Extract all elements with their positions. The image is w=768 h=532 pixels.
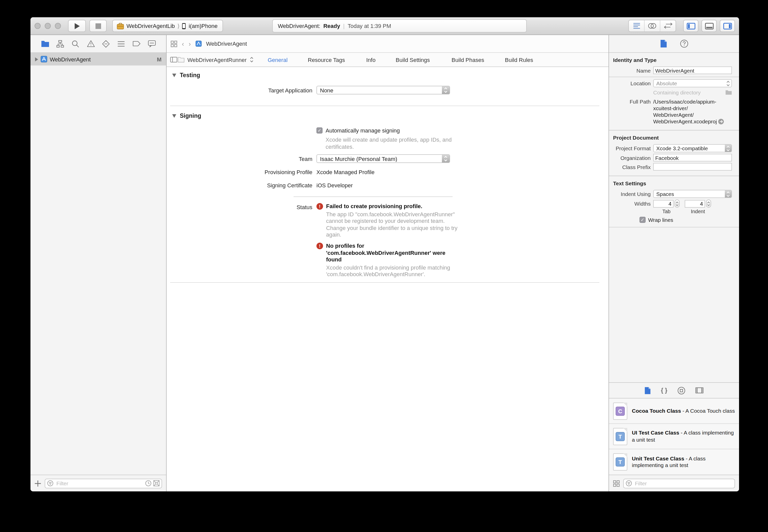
inspector-body: Identity and Type Name Location Absolute — [609, 53, 739, 475]
indent-width-field[interactable] — [685, 200, 705, 207]
signing-section-header[interactable]: Signing — [172, 113, 201, 119]
scheme-selector[interactable]: WebDriverAgentLib ⟩ i(am)Phone — [112, 20, 223, 32]
zoom-window-button[interactable] — [55, 23, 61, 29]
related-items-icon[interactable] — [171, 40, 177, 47]
navigator-tab-bar — [30, 35, 166, 53]
section-disclosure-icon[interactable] — [172, 114, 176, 118]
object-library-icon[interactable] — [678, 387, 685, 394]
add-icon[interactable] — [35, 480, 41, 487]
full-path-label: Full Path — [609, 98, 651, 105]
team-popup[interactable]: Isaac Murchie (Personal Team) — [316, 154, 450, 163]
class-prefix-input[interactable] — [654, 164, 731, 170]
auto-manage-signing-label: Automatically manage signing — [325, 127, 400, 134]
tab-build-settings[interactable]: Build Settings — [396, 53, 430, 67]
tab-build-phases[interactable]: Build Phases — [452, 53, 484, 67]
status-state: Ready — [323, 23, 340, 29]
find-navigator-icon[interactable] — [71, 39, 80, 48]
recent-files-icon[interactable] — [145, 480, 151, 486]
version-editor-icon — [664, 23, 672, 29]
error-title: Failed to create provisioning profile. — [326, 203, 459, 210]
tab-width-input[interactable] — [654, 200, 673, 207]
open-path-arrow-icon[interactable] — [718, 119, 724, 124]
toggle-targets-list-icon[interactable] — [170, 57, 177, 62]
disclosure-triangle-icon[interactable] — [35, 57, 38, 61]
choose-folder-icon[interactable] — [725, 90, 732, 95]
name-field[interactable] — [653, 67, 732, 74]
provisioning-profile-label: Provisioning Profile — [167, 169, 312, 175]
navigator-filter-input[interactable] — [55, 480, 143, 487]
section-disclosure-icon[interactable] — [172, 73, 176, 77]
error-title: No profiles for 'com.facebook.WebDriverA… — [326, 243, 451, 263]
library-item-title: Unit Test Case Class — [632, 455, 684, 461]
library-filter-input[interactable] — [634, 480, 732, 487]
tab-width-field[interactable] — [653, 200, 674, 207]
symbol-navigator-icon[interactable] — [56, 39, 65, 48]
file-inspector-icon[interactable] — [660, 40, 667, 48]
library-item-ui-test-case-class[interactable]: T UI Test Case Class - A class implement… — [609, 424, 739, 449]
provisioning-profile-value: Xcode Managed Profile — [316, 169, 374, 175]
standard-editor-icon — [633, 23, 640, 29]
full-path-line: WebDriverAgent.xcodeproj — [653, 118, 717, 125]
scheme-chevron: ⟩ — [177, 23, 179, 29]
stop-button[interactable] — [89, 20, 107, 32]
full-path-line: WebDriverAgent/ — [653, 112, 732, 118]
target-application-label: Target Application — [167, 87, 312, 93]
close-window-button[interactable] — [35, 23, 41, 29]
library-item-title: UI Test Case Class — [632, 429, 679, 436]
auto-manage-signing-checkbox[interactable]: ✓ — [316, 127, 322, 134]
toggle-inspector-button[interactable] — [720, 20, 735, 32]
organization-input[interactable] — [654, 155, 731, 161]
tab-info[interactable]: Info — [366, 53, 375, 67]
indent-using-label: Indent Using — [609, 191, 651, 197]
class-badge: C — [616, 406, 625, 415]
project-navigator-icon[interactable] — [40, 39, 50, 48]
assistant-editor-button[interactable] — [645, 20, 660, 31]
tab-resource-tags[interactable]: Resource Tags — [308, 53, 345, 67]
location-popup[interactable]: Absolute — [653, 79, 732, 87]
issue-navigator-icon[interactable] — [86, 39, 95, 48]
class-prefix-field[interactable] — [653, 163, 732, 171]
project-format-label: Project Format — [609, 145, 651, 151]
name-input[interactable] — [654, 67, 731, 73]
toggle-navigator-button[interactable] — [683, 20, 698, 32]
library-item-cocoa-touch-class[interactable]: C Cocoa Touch Class - A Cocoa Touch clas… — [609, 398, 739, 424]
organization-field[interactable] — [653, 154, 732, 161]
go-forward-icon[interactable]: › — [189, 40, 191, 47]
target-selector[interactable]: WebDriverAgentRunner — [178, 57, 253, 63]
indent-using-popup[interactable]: Spaces — [653, 190, 732, 198]
signing-error: ! Failed to create provisioning profile.… — [316, 203, 464, 238]
minimize-window-button[interactable] — [45, 23, 51, 29]
standard-editor-button[interactable] — [629, 20, 645, 31]
tab-general[interactable]: General — [268, 53, 287, 67]
report-navigator-icon[interactable] — [147, 39, 156, 48]
indent-width-stepper[interactable] — [706, 199, 711, 208]
run-button[interactable] — [68, 20, 86, 32]
code-snippet-library-icon[interactable]: { } — [661, 387, 667, 394]
project-row[interactable]: WebDriverAgent M — [30, 53, 166, 65]
library-filter-field[interactable] — [623, 478, 735, 488]
tab-width-stepper[interactable] — [675, 199, 680, 208]
inspector-panel: Identity and Type Name Location Absolute — [609, 35, 739, 491]
target-application-popup[interactable]: None — [316, 86, 450, 94]
breadcrumb[interactable]: WebDriverAgent — [206, 41, 247, 47]
tab-build-rules[interactable]: Build Rules — [505, 53, 533, 67]
toggle-debug-area-button[interactable] — [701, 20, 717, 32]
version-editor-button[interactable] — [660, 20, 676, 31]
file-template-library-icon[interactable] — [645, 387, 651, 394]
indent-width-input[interactable] — [685, 200, 705, 207]
testing-section-header[interactable]: Testing — [172, 72, 200, 78]
navigator-filter-field[interactable] — [45, 478, 162, 488]
library-item-unit-test-case-class[interactable]: T Unit Test Case Class - A class impleme… — [609, 449, 739, 475]
go-back-icon[interactable]: ‹ — [182, 40, 184, 47]
location-value: Absolute — [654, 80, 726, 86]
wrap-lines-checkbox[interactable]: ✓ — [640, 217, 646, 223]
breakpoint-navigator-icon[interactable] — [132, 39, 141, 48]
grid-view-icon[interactable] — [613, 480, 620, 487]
debug-navigator-icon[interactable] — [117, 39, 126, 48]
scm-status-filter-icon[interactable] — [153, 480, 159, 486]
media-library-icon[interactable] — [695, 387, 704, 393]
test-navigator-icon[interactable] — [101, 39, 110, 48]
project-format-popup[interactable]: Xcode 3.2-compatible — [653, 144, 732, 152]
target-updown-icon — [250, 57, 253, 62]
quick-help-icon[interactable] — [680, 40, 688, 48]
